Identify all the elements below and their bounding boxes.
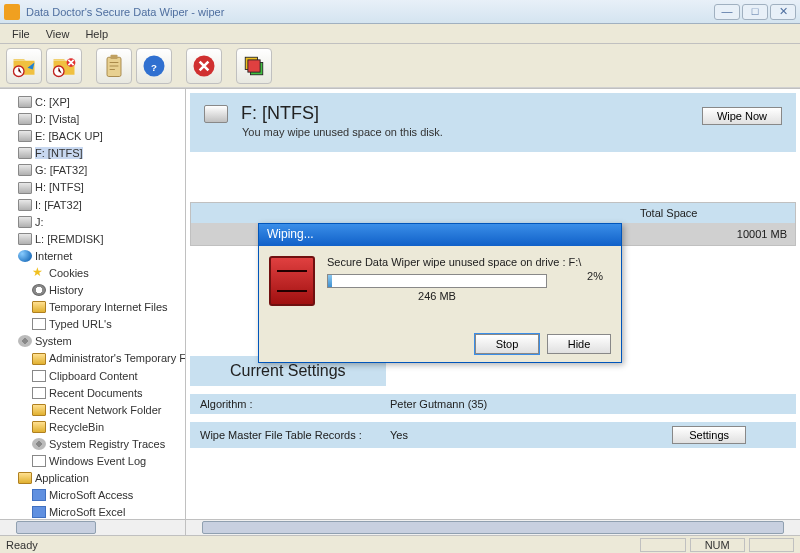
tree-h-scrollbar[interactable] xyxy=(0,519,185,535)
menu-view[interactable]: View xyxy=(38,26,78,42)
folder-icon xyxy=(32,421,46,433)
toolbar-btn-windows[interactable] xyxy=(236,48,272,84)
tree-item[interactable]: Recent Documents xyxy=(32,384,185,401)
status-cell-empty2 xyxy=(749,538,794,552)
dialog-title[interactable]: Wiping... xyxy=(259,224,621,246)
tree-item[interactable]: G: [FAT32] xyxy=(18,161,185,178)
drive-icon xyxy=(18,113,32,125)
tree-item[interactable]: ★Cookies xyxy=(32,264,185,281)
tree-item[interactable]: MicroSoft Excel xyxy=(32,503,185,520)
tree-item-label: Internet xyxy=(35,250,72,262)
tree-item[interactable]: L: [REMDISK] xyxy=(18,230,185,247)
drive-icon xyxy=(18,216,32,228)
tree-item[interactable]: F: [NTFS] xyxy=(18,144,185,161)
tree-item[interactable]: Clipboard Content xyxy=(32,367,185,384)
tree-item-label: Clipboard Content xyxy=(49,370,138,382)
tree-item-label: H: [NTFS] xyxy=(35,182,84,194)
hide-button[interactable]: Hide xyxy=(547,334,611,354)
drive-icon xyxy=(18,233,32,245)
tree-item[interactable]: MicroSoft Access xyxy=(32,486,185,503)
tree-item[interactable]: Temporary Internet Files xyxy=(32,298,185,315)
titlebar: Data Doctor's Secure Data Wiper - wiper … xyxy=(0,0,800,24)
tree-item-label: MicroSoft Access xyxy=(49,489,133,501)
settings-button[interactable]: Settings xyxy=(672,426,746,444)
toolbar-btn-clipboard[interactable] xyxy=(96,48,132,84)
tree-item-label: History xyxy=(49,284,83,296)
tree-item[interactable]: History xyxy=(32,281,185,298)
wiping-dialog: Wiping... Secure Data Wiper wipe unused … xyxy=(258,223,622,363)
progress-percent: 2% xyxy=(587,270,603,282)
svg-text:?: ? xyxy=(151,62,157,73)
toolbar-btn-stop[interactable] xyxy=(186,48,222,84)
main-h-scrollbar[interactable] xyxy=(186,519,800,535)
tree-item-label: D: [Vista] xyxy=(35,113,79,125)
algo-label: Algorithm : xyxy=(200,398,390,410)
statusbar: Ready NUM xyxy=(0,535,800,553)
tree-item-label: Recent Documents xyxy=(49,387,143,399)
minimize-button[interactable]: — xyxy=(714,4,740,20)
folder-clock-x-icon xyxy=(50,52,78,80)
tree-item[interactable]: RecycleBin xyxy=(32,418,185,435)
drive-icon xyxy=(18,96,32,108)
tree-root[interactable]: C: [XP]D: [Vista]E: [BACK UP]F: [NTFS]G:… xyxy=(4,93,185,535)
folder-icon xyxy=(32,353,46,365)
tree-item-label: System Registry Traces xyxy=(49,438,165,450)
col-total-space: Total Space xyxy=(640,207,787,219)
progress-fill xyxy=(328,275,332,287)
svg-rect-4 xyxy=(111,54,118,58)
tree-item[interactable]: I: [FAT32] xyxy=(18,196,185,213)
toolbar-btn-1[interactable] xyxy=(6,48,42,84)
tree-item[interactable]: Recent Network Folder xyxy=(32,401,185,418)
tree-pane: C: [XP]D: [Vista]E: [BACK UP]F: [NTFS]G:… xyxy=(0,89,186,535)
doc-icon xyxy=(32,318,46,330)
menu-help[interactable]: Help xyxy=(77,26,116,42)
stop-button[interactable]: Stop xyxy=(475,334,539,354)
gear-icon xyxy=(32,438,46,450)
scrollbar-thumb[interactable] xyxy=(16,521,96,534)
maximize-button[interactable]: □ xyxy=(742,4,768,20)
tree-item[interactable]: System Registry Traces xyxy=(32,435,185,452)
mft-label: Wipe Master File Table Records : xyxy=(200,429,390,441)
tree-item-label: J: xyxy=(35,216,44,228)
tree-item[interactable]: Typed URL's xyxy=(32,315,185,332)
toolbar-btn-2[interactable] xyxy=(46,48,82,84)
mft-value: Yes xyxy=(390,429,570,441)
tree-item[interactable]: J: xyxy=(18,213,185,230)
status-cell-empty xyxy=(640,538,685,552)
scrollbar-thumb[interactable] xyxy=(202,521,784,534)
doc-icon xyxy=(32,370,46,382)
table-header: Total Space xyxy=(191,203,795,223)
tree-item[interactable]: Windows Event Log xyxy=(32,452,185,469)
tree-item-label: Windows Event Log xyxy=(49,455,146,467)
drive-icon xyxy=(18,199,32,211)
windows-icon xyxy=(240,52,268,80)
dialog-message: Secure Data Wiper wipe unused space on d… xyxy=(327,256,611,268)
clipboard-icon xyxy=(100,52,128,80)
window-title: Data Doctor's Secure Data Wiper - wiper xyxy=(26,6,714,18)
tree-item[interactable]: D: [Vista] xyxy=(18,110,185,127)
tree-item-label: G: [FAT32] xyxy=(35,164,87,176)
tree-item[interactable]: E: [BACK UP] xyxy=(18,127,185,144)
cell-total-space: 10001 MB xyxy=(640,228,787,240)
close-button[interactable]: ✕ xyxy=(770,4,796,20)
tree-item-label: Administrator's Temporary F xyxy=(49,353,186,365)
tree-item[interactable]: C: [XP] xyxy=(18,93,185,110)
menu-file[interactable]: File xyxy=(4,26,38,42)
status-numlock: NUM xyxy=(690,538,745,552)
globe-icon xyxy=(18,250,32,262)
tree-item-label: Typed URL's xyxy=(49,318,112,330)
tree-item-label: RecycleBin xyxy=(49,421,104,433)
tree-item[interactable]: H: [NTFS] xyxy=(18,178,185,195)
folder-icon xyxy=(18,472,32,484)
tree-item-label: F: [NTFS] xyxy=(35,147,83,159)
tree-item[interactable]: Internet★CookiesHistoryTemporary Interne… xyxy=(18,247,185,332)
tree-item[interactable]: Administrator's Temporary F xyxy=(32,349,185,366)
toolbar-btn-help[interactable]: ? xyxy=(136,48,172,84)
algo-value: Peter Gutmann (35) xyxy=(390,398,570,410)
tree-item-label: I: [FAT32] xyxy=(35,199,82,211)
tree-item-label: L: [REMDISK] xyxy=(35,233,103,245)
drive-icon xyxy=(18,164,32,176)
wipe-now-button[interactable]: Wipe Now xyxy=(702,107,782,125)
tree-item[interactable]: SystemAdministrator's Temporary FClipboa… xyxy=(18,332,185,469)
svg-rect-3 xyxy=(107,57,121,76)
